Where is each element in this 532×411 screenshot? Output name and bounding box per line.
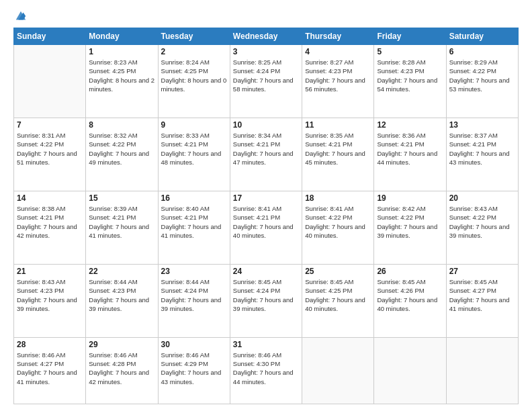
calendar-cell: 5Sunrise: 8:28 AMSunset: 4:23 PMDaylight…	[374, 45, 446, 118]
day-info: Sunrise: 8:45 AMSunset: 4:24 PMDaylight:…	[233, 277, 299, 313]
calendar-cell: 23Sunrise: 8:44 AMSunset: 4:24 PMDayligh…	[158, 264, 230, 337]
day-number: 16	[161, 193, 227, 203]
day-number: 25	[305, 267, 371, 276]
day-number: 5	[377, 47, 443, 56]
day-info: Sunrise: 8:38 AMSunset: 4:21 PMDaylight:…	[17, 204, 83, 240]
day-header-friday: Friday	[374, 28, 446, 45]
day-number: 27	[449, 267, 515, 276]
day-info: Sunrise: 8:23 AMSunset: 4:25 PMDaylight:…	[89, 58, 154, 93]
day-info: Sunrise: 8:44 AMSunset: 4:23 PMDaylight:…	[89, 277, 154, 313]
calendar-cell	[302, 337, 374, 404]
calendar-cell: 26Sunrise: 8:45 AMSunset: 4:26 PMDayligh…	[374, 264, 446, 337]
calendar-cell: 9Sunrise: 8:33 AMSunset: 4:21 PMDaylight…	[158, 118, 230, 191]
calendar-cell: 18Sunrise: 8:41 AMSunset: 4:22 PMDayligh…	[302, 191, 374, 264]
page: SundayMondayTuesdayWednesdayThursdayFrid…	[0, 0, 532, 411]
day-info: Sunrise: 8:43 AMSunset: 4:22 PMDaylight:…	[449, 204, 515, 240]
day-number: 4	[305, 47, 371, 56]
header	[13, 12, 519, 22]
day-header-monday: Monday	[86, 28, 158, 45]
calendar-cell: 14Sunrise: 8:38 AMSunset: 4:21 PMDayligh…	[14, 191, 86, 264]
calendar-cell: 24Sunrise: 8:45 AMSunset: 4:24 PMDayligh…	[230, 264, 302, 337]
day-number: 6	[449, 47, 515, 56]
day-info: Sunrise: 8:24 AMSunset: 4:25 PMDaylight:…	[161, 58, 227, 93]
day-number: 19	[377, 193, 443, 203]
day-info: Sunrise: 8:46 AMSunset: 4:30 PMDaylight:…	[233, 351, 299, 386]
calendar-cell: 30Sunrise: 8:46 AMSunset: 4:29 PMDayligh…	[158, 337, 230, 404]
day-info: Sunrise: 8:35 AMSunset: 4:21 PMDaylight:…	[305, 131, 371, 167]
calendar-week-2: 14Sunrise: 8:38 AMSunset: 4:21 PMDayligh…	[14, 191, 519, 264]
calendar-cell: 21Sunrise: 8:43 AMSunset: 4:23 PMDayligh…	[14, 264, 86, 337]
day-info: Sunrise: 8:43 AMSunset: 4:23 PMDaylight:…	[17, 277, 83, 313]
calendar-cell: 29Sunrise: 8:46 AMSunset: 4:28 PMDayligh…	[86, 337, 158, 404]
day-info: Sunrise: 8:39 AMSunset: 4:21 PMDaylight:…	[89, 204, 154, 240]
calendar-cell: 3Sunrise: 8:25 AMSunset: 4:24 PMDaylight…	[230, 45, 302, 118]
day-info: Sunrise: 8:25 AMSunset: 4:24 PMDaylight:…	[233, 58, 299, 93]
calendar-cell: 27Sunrise: 8:45 AMSunset: 4:27 PMDayligh…	[446, 264, 518, 337]
day-info: Sunrise: 8:44 AMSunset: 4:24 PMDaylight:…	[161, 277, 227, 313]
day-number: 28	[17, 340, 83, 349]
day-info: Sunrise: 8:45 AMSunset: 4:25 PMDaylight:…	[305, 277, 371, 313]
day-number: 17	[233, 193, 299, 203]
day-info: Sunrise: 8:33 AMSunset: 4:21 PMDaylight:…	[161, 131, 227, 167]
calendar-cell: 2Sunrise: 8:24 AMSunset: 4:25 PMDaylight…	[158, 45, 230, 118]
calendar-cell: 31Sunrise: 8:46 AMSunset: 4:30 PMDayligh…	[230, 337, 302, 404]
day-number: 11	[305, 120, 371, 130]
calendar-cell: 7Sunrise: 8:31 AMSunset: 4:22 PMDaylight…	[14, 118, 86, 191]
calendar-cell: 15Sunrise: 8:39 AMSunset: 4:21 PMDayligh…	[86, 191, 158, 264]
day-number: 13	[449, 120, 515, 130]
day-header-thursday: Thursday	[302, 28, 374, 45]
day-number: 14	[17, 193, 83, 203]
day-number: 21	[17, 267, 83, 276]
day-header-saturday: Saturday	[446, 28, 518, 45]
day-number: 29	[89, 340, 154, 349]
day-number: 31	[233, 340, 299, 349]
day-number: 30	[161, 340, 227, 349]
calendar-week-4: 28Sunrise: 8:46 AMSunset: 4:27 PMDayligh…	[14, 337, 519, 404]
day-info: Sunrise: 8:42 AMSunset: 4:22 PMDaylight:…	[377, 204, 443, 240]
day-header-sunday: Sunday	[14, 28, 86, 45]
calendar-cell: 6Sunrise: 8:29 AMSunset: 4:22 PMDaylight…	[446, 45, 518, 118]
day-header-wednesday: Wednesday	[230, 28, 302, 45]
calendar-cell: 16Sunrise: 8:40 AMSunset: 4:21 PMDayligh…	[158, 191, 230, 264]
day-number: 15	[89, 193, 154, 203]
calendar-week-0: 1Sunrise: 8:23 AMSunset: 4:25 PMDaylight…	[14, 45, 519, 118]
day-number: 22	[89, 267, 154, 276]
day-number: 2	[161, 47, 227, 56]
calendar-cell: 8Sunrise: 8:32 AMSunset: 4:22 PMDaylight…	[86, 118, 158, 191]
day-number: 1	[89, 47, 154, 56]
calendar-table: SundayMondayTuesdayWednesdayThursdayFrid…	[13, 28, 519, 404]
day-number: 10	[233, 120, 299, 130]
calendar-cell: 22Sunrise: 8:44 AMSunset: 4:23 PMDayligh…	[86, 264, 158, 337]
logo	[13, 12, 27, 22]
calendar-cell: 13Sunrise: 8:37 AMSunset: 4:21 PMDayligh…	[446, 118, 518, 191]
day-number: 9	[161, 120, 227, 130]
day-info: Sunrise: 8:46 AMSunset: 4:29 PMDaylight:…	[161, 351, 227, 386]
day-number: 26	[377, 267, 443, 276]
calendar-week-1: 7Sunrise: 8:31 AMSunset: 4:22 PMDaylight…	[14, 118, 519, 191]
calendar-cell: 12Sunrise: 8:36 AMSunset: 4:21 PMDayligh…	[374, 118, 446, 191]
day-info: Sunrise: 8:41 AMSunset: 4:22 PMDaylight:…	[305, 204, 371, 240]
calendar-cell: 4Sunrise: 8:27 AMSunset: 4:23 PMDaylight…	[302, 45, 374, 118]
day-info: Sunrise: 8:46 AMSunset: 4:27 PMDaylight:…	[17, 351, 83, 386]
calendar-cell: 11Sunrise: 8:35 AMSunset: 4:21 PMDayligh…	[302, 118, 374, 191]
day-info: Sunrise: 8:46 AMSunset: 4:28 PMDaylight:…	[89, 351, 154, 386]
day-number: 8	[89, 120, 154, 130]
calendar-cell: 28Sunrise: 8:46 AMSunset: 4:27 PMDayligh…	[14, 337, 86, 404]
day-info: Sunrise: 8:29 AMSunset: 4:22 PMDaylight:…	[449, 58, 515, 93]
calendar-cell: 25Sunrise: 8:45 AMSunset: 4:25 PMDayligh…	[302, 264, 374, 337]
calendar-cell: 10Sunrise: 8:34 AMSunset: 4:21 PMDayligh…	[230, 118, 302, 191]
logo-icon	[15, 10, 27, 22]
day-info: Sunrise: 8:31 AMSunset: 4:22 PMDaylight:…	[17, 131, 83, 167]
day-number: 20	[449, 193, 515, 203]
day-info: Sunrise: 8:34 AMSunset: 4:21 PMDaylight:…	[233, 131, 299, 167]
day-info: Sunrise: 8:32 AMSunset: 4:22 PMDaylight:…	[89, 131, 154, 167]
calendar-header-row: SundayMondayTuesdayWednesdayThursdayFrid…	[14, 28, 519, 45]
day-info: Sunrise: 8:28 AMSunset: 4:23 PMDaylight:…	[377, 58, 443, 93]
calendar-cell	[374, 337, 446, 404]
day-header-tuesday: Tuesday	[158, 28, 230, 45]
day-info: Sunrise: 8:37 AMSunset: 4:21 PMDaylight:…	[449, 131, 515, 167]
calendar-cell	[14, 45, 86, 118]
calendar-cell: 19Sunrise: 8:42 AMSunset: 4:22 PMDayligh…	[374, 191, 446, 264]
day-info: Sunrise: 8:41 AMSunset: 4:21 PMDaylight:…	[233, 204, 299, 240]
day-number: 12	[377, 120, 443, 130]
